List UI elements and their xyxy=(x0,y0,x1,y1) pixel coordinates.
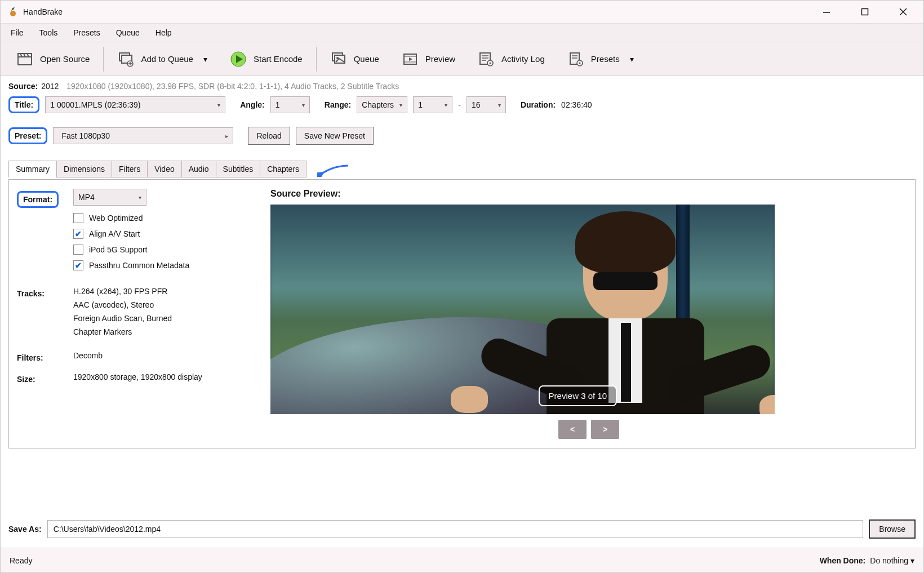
filters-value: Decomb xyxy=(73,351,254,360)
angle-label: Angle: xyxy=(240,100,265,109)
toolbar-divider xyxy=(103,47,104,72)
menu-queue[interactable]: Queue xyxy=(108,25,148,41)
preview-title: Source Preview: xyxy=(270,189,907,199)
minimize-button[interactable] xyxy=(818,3,836,21)
range-label: Range: xyxy=(325,100,351,109)
title-label: Title: xyxy=(8,96,39,113)
ipod5g-checkbox[interactable]: iPod 5G Support xyxy=(73,242,254,257)
preview-button[interactable]: Preview xyxy=(396,47,461,71)
format-select[interactable]: MP4▾ xyxy=(73,189,146,206)
app-title: HandBrake xyxy=(23,7,63,16)
preview-next-button[interactable]: > xyxy=(591,420,619,439)
toolbar-divider xyxy=(316,47,317,72)
preview-counter: Preview 3 of 10 xyxy=(539,385,617,406)
status-bar: Ready When Done: Do nothing▾ xyxy=(1,548,923,572)
preset-label: Preset: xyxy=(8,127,47,144)
menu-tools[interactable]: Tools xyxy=(32,25,66,41)
preset-select[interactable]: Fast 1080p30▸ xyxy=(53,127,233,144)
tab-summary[interactable]: Summary xyxy=(8,161,57,177)
tracks-label: Tracks: xyxy=(17,287,73,298)
range-to-select[interactable]: 16▾ xyxy=(467,96,506,113)
chevron-down-icon[interactable]: ▾ xyxy=(630,55,634,64)
tab-audio[interactable]: Audio xyxy=(181,161,216,177)
track-line: H.264 (x264), 30 FPS PFR xyxy=(73,287,254,296)
checkbox-icon xyxy=(73,245,83,255)
range-type-select[interactable]: Chapters▾ xyxy=(357,96,407,113)
save-as-input[interactable]: C:\Users\fab\Videos\2012.mp4 xyxy=(47,520,864,538)
menubar: File Tools Presets Queue Help xyxy=(1,23,923,42)
maximize-button[interactable] xyxy=(856,3,874,21)
tab-dimensions[interactable]: Dimensions xyxy=(56,161,112,177)
document-gear-icon xyxy=(567,51,584,68)
save-as-label: Save As: xyxy=(8,525,42,534)
tabbar: Summary Dimensions Filters Video Audio S… xyxy=(8,161,306,177)
checkbox-icon: ✔ xyxy=(73,260,83,270)
duration-label: Duration: xyxy=(521,100,556,109)
svg-point-34 xyxy=(579,62,580,64)
tab-video[interactable]: Video xyxy=(147,161,182,177)
tab-chapters[interactable]: Chapters xyxy=(260,161,306,177)
checkbox-icon xyxy=(73,213,83,223)
clapper-icon xyxy=(16,51,33,68)
when-done-label: When Done: xyxy=(820,556,866,565)
log-gear-icon xyxy=(478,51,495,68)
preview-prev-button[interactable]: < xyxy=(558,420,587,439)
filters-label: Filters: xyxy=(17,351,73,362)
size-label: Size: xyxy=(17,372,73,384)
menu-file[interactable]: File xyxy=(3,25,32,41)
range-sep: - xyxy=(452,100,467,109)
add-to-queue-button[interactable]: Add to Queue ▾ xyxy=(112,47,213,71)
svg-rect-2 xyxy=(862,9,868,15)
passthru-meta-checkbox[interactable]: ✔Passthru Common Metadata xyxy=(73,257,254,273)
toolbar: Open Source Add to Queue ▾ Start Encode xyxy=(1,42,923,76)
title-select[interactable]: 1 00001.MPLS (02:36:39)▾ xyxy=(45,96,225,113)
menu-help[interactable]: Help xyxy=(148,25,180,41)
format-label: Format: xyxy=(17,191,59,208)
checkbox-icon: ✔ xyxy=(73,229,83,239)
filmstrip-play-icon xyxy=(402,51,419,68)
svg-rect-5 xyxy=(18,57,32,65)
browse-button[interactable]: Browse xyxy=(869,519,916,539)
web-optimized-checkbox[interactable]: Web Optimized xyxy=(73,210,254,226)
range-from-select[interactable]: 1▾ xyxy=(413,96,452,113)
menu-presets[interactable]: Presets xyxy=(65,25,108,41)
source-name: 2012 xyxy=(41,82,59,91)
open-source-button[interactable]: Open Source xyxy=(11,47,95,71)
source-detail: 1920x1080 (1920x1080), 23.98 FPS, SDR (8… xyxy=(66,82,399,91)
image-stack-plus-icon xyxy=(117,51,134,68)
size-value: 1920x800 storage, 1920x800 display xyxy=(73,372,254,381)
play-icon xyxy=(230,51,247,68)
tab-filters[interactable]: Filters xyxy=(112,161,148,177)
duration-value: 02:36:40 xyxy=(561,100,592,109)
start-encode-button[interactable]: Start Encode xyxy=(224,47,308,71)
track-line: AAC (avcodec), Stereo xyxy=(73,300,254,309)
align-av-checkbox[interactable]: ✔Align A/V Start xyxy=(73,226,254,242)
source-label: Source: xyxy=(8,82,38,91)
source-preview-image: Preview 3 of 10 xyxy=(270,205,775,414)
queue-button[interactable]: Queue xyxy=(325,47,385,71)
image-stack-icon xyxy=(330,51,347,68)
activity-log-button[interactable]: Activity Log xyxy=(472,47,550,71)
angle-select[interactable]: 1▾ xyxy=(270,96,310,113)
presets-button[interactable]: Presets ▾ xyxy=(562,47,639,71)
close-button[interactable] xyxy=(894,3,912,21)
titlebar: HandBrake xyxy=(1,1,923,23)
svg-point-29 xyxy=(490,62,491,64)
source-row: Source: 2012 1920x1080 (1920x1080), 23.9… xyxy=(8,82,916,91)
status-text: Ready xyxy=(10,556,820,565)
app-icon xyxy=(7,6,19,17)
track-line: Foreign Audio Scan, Burned xyxy=(73,314,254,323)
chevron-down-icon[interactable]: ▾ xyxy=(203,55,207,64)
annotation-arrow-icon xyxy=(317,163,351,177)
reload-button[interactable]: Reload xyxy=(248,127,290,145)
save-new-preset-button[interactable]: Save New Preset xyxy=(296,127,374,145)
track-line: Chapter Markers xyxy=(73,327,254,336)
tab-subtitles[interactable]: Subtitles xyxy=(216,161,261,177)
svg-point-0 xyxy=(10,11,16,16)
when-done-select[interactable]: Do nothing▾ xyxy=(870,556,914,565)
svg-marker-23 xyxy=(409,57,412,61)
